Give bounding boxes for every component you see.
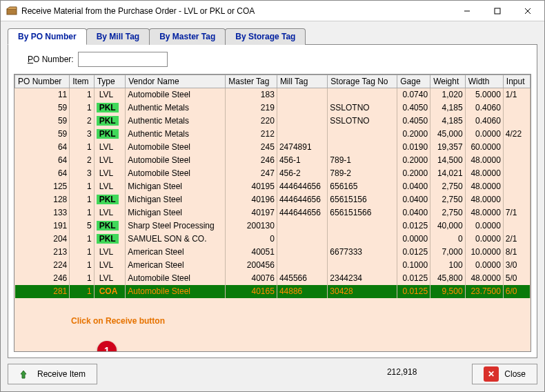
cell: LVL bbox=[94, 246, 126, 259]
maximize-button[interactable] bbox=[482, 1, 513, 21]
po-grid[interactable]: PO NumberItemTypeVendor NameMaster TagMi… bbox=[14, 74, 531, 352]
col-header[interactable]: Type bbox=[94, 75, 126, 88]
cell: 5 bbox=[70, 219, 94, 233]
cell: SSLOTNO bbox=[328, 115, 397, 128]
col-header[interactable]: Vendor Name bbox=[126, 75, 226, 88]
cell: 0 bbox=[226, 233, 277, 246]
tab-by-po-number[interactable]: By PO Number bbox=[8, 28, 87, 45]
col-header[interactable]: Width bbox=[465, 75, 503, 88]
cell bbox=[277, 219, 327, 233]
cell: 40076 bbox=[226, 272, 277, 285]
cell bbox=[277, 88, 327, 101]
cell: 0.0740 bbox=[397, 88, 430, 101]
cell: 6677333 bbox=[328, 246, 397, 259]
cell: 3 bbox=[70, 167, 94, 180]
table-row[interactable]: 642LVLAutomobile Steel246456-1789-10.200… bbox=[15, 154, 531, 167]
cell: LVL bbox=[94, 272, 126, 285]
close-button[interactable]: ✕ Close bbox=[472, 364, 537, 384]
cell: 0.4060 bbox=[465, 101, 503, 115]
cell: 1 bbox=[70, 193, 94, 206]
cell: 1 bbox=[70, 88, 94, 101]
cell: 45,000 bbox=[430, 128, 466, 141]
cell: Authentic Metals bbox=[126, 115, 226, 128]
cell: 7/1 bbox=[503, 206, 530, 219]
cell: 1 bbox=[70, 246, 94, 259]
cell: 64 bbox=[15, 141, 70, 154]
cell: Automobile Steel bbox=[126, 167, 226, 180]
cell: 133 bbox=[15, 206, 70, 219]
cell: 65615156 bbox=[328, 193, 397, 206]
cell: 2,750 bbox=[430, 206, 466, 219]
table-row[interactable]: 2241LVLAmerican Steel2004560.10001000.00… bbox=[15, 259, 531, 272]
cell: 1 bbox=[70, 233, 94, 246]
cell: 0.4050 bbox=[397, 115, 430, 128]
col-header[interactable]: Mill Tag bbox=[277, 75, 327, 88]
minimize-button[interactable] bbox=[452, 1, 482, 21]
cell: 444644656 bbox=[277, 180, 327, 193]
cell: 0.2000 bbox=[397, 167, 430, 180]
col-header[interactable]: Weight bbox=[430, 75, 466, 88]
col-header[interactable]: PO Number bbox=[15, 75, 70, 88]
cell bbox=[503, 101, 530, 115]
cell: 0 bbox=[430, 233, 466, 246]
table-row[interactable]: 1331LVLMichigan Steel4019744464465665615… bbox=[15, 206, 531, 219]
table-row[interactable]: 2131LVLAmerican Steel4005166773330.01257… bbox=[15, 246, 531, 259]
po-number-input[interactable] bbox=[78, 52, 168, 67]
cell: 4,185 bbox=[430, 101, 466, 115]
tab-panel: PO Number: PO NumberItemTypeVendor NameM… bbox=[8, 44, 537, 358]
tab-bar: By PO NumberBy Mill TagBy Master TagBy S… bbox=[8, 28, 537, 45]
cell: 1 bbox=[70, 101, 94, 115]
col-header[interactable]: Item bbox=[70, 75, 94, 88]
cell: 191 bbox=[15, 219, 70, 233]
cell: SSLOTNO bbox=[328, 101, 397, 115]
cell: 8/1 bbox=[503, 246, 530, 259]
cell: 245 bbox=[226, 141, 277, 154]
cell: American Steel bbox=[126, 259, 226, 272]
table-row[interactable]: 2811COAAutomobile Steel4016544886304280.… bbox=[15, 285, 531, 298]
table-row[interactable]: 641LVLAutomobile Steel24524748910.019019… bbox=[15, 141, 531, 154]
cell: Authentic Metals bbox=[126, 101, 226, 115]
cell: 220 bbox=[226, 115, 277, 128]
table-row[interactable]: 643LVLAutomobile Steel247456-2789-20.200… bbox=[15, 167, 531, 180]
cell: 1/1 bbox=[503, 88, 530, 101]
po-table: PO NumberItemTypeVendor NameMaster TagMi… bbox=[14, 75, 531, 298]
col-header[interactable]: Storage Tag No bbox=[328, 75, 397, 88]
cell: 0.0125 bbox=[397, 272, 430, 285]
cell: PKL bbox=[94, 219, 126, 233]
table-row[interactable]: 591PKLAuthentic Metals219SSLOTNO0.40504,… bbox=[15, 101, 531, 115]
cell: 1,020 bbox=[430, 88, 466, 101]
col-header[interactable]: Gage bbox=[397, 75, 430, 88]
cell: PKL bbox=[94, 128, 126, 141]
table-row[interactable]: 593PKLAuthentic Metals2120.200045,0000.0… bbox=[15, 128, 531, 141]
cell bbox=[328, 259, 397, 272]
cell: PKL bbox=[94, 101, 126, 115]
cell bbox=[503, 154, 530, 167]
col-header[interactable]: Master Tag bbox=[226, 75, 277, 88]
cell: 40195 bbox=[226, 180, 277, 193]
table-row[interactable]: 592PKLAuthentic Metals220SSLOTNO0.40504,… bbox=[15, 115, 531, 128]
cell: 14,021 bbox=[430, 167, 466, 180]
cell: 789-1 bbox=[328, 154, 397, 167]
cell: 0.0000 bbox=[397, 233, 430, 246]
cell: 7,000 bbox=[430, 246, 466, 259]
cell: Michigan Steel bbox=[126, 193, 226, 206]
tab-by-mill-tag[interactable]: By Mill Tag bbox=[86, 28, 150, 45]
table-row[interactable]: 1915PKLSharp Steel Processing2001300.012… bbox=[15, 219, 531, 233]
tab-by-storage-tag[interactable]: By Storage Tag bbox=[225, 28, 306, 45]
col-header[interactable]: Input bbox=[503, 75, 530, 88]
cell bbox=[328, 128, 397, 141]
cell: 2,750 bbox=[430, 193, 466, 206]
table-row[interactable]: 2461LVLAutomobile Steel40076445566234423… bbox=[15, 272, 531, 285]
table-row[interactable]: 2041PKLSAMUEL SON & CO.00.000000.00002/1 bbox=[15, 233, 531, 246]
tab-by-master-tag[interactable]: By Master Tag bbox=[149, 28, 226, 45]
table-row[interactable]: 1281PKLMichigan Steel4019644464465665615… bbox=[15, 193, 531, 206]
close-window-button[interactable] bbox=[513, 1, 543, 21]
table-row[interactable]: 1251LVLMichigan Steel4019544464465665616… bbox=[15, 180, 531, 193]
receive-item-button[interactable]: Receive Item bbox=[8, 364, 97, 384]
cell: 19,357 bbox=[430, 141, 466, 154]
cell: 3 bbox=[70, 128, 94, 141]
table-row[interactable]: 111LVLAutomobile Steel1830.07401,0205.00… bbox=[15, 88, 531, 101]
cell: 1 bbox=[70, 141, 94, 154]
receive-icon bbox=[19, 368, 32, 380]
cell: 0.0000 bbox=[465, 233, 503, 246]
